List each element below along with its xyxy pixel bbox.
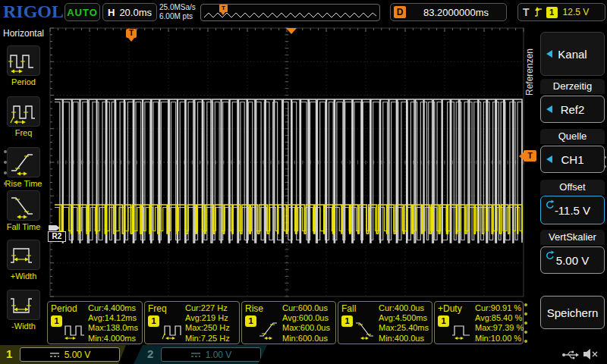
trigger-level-value: 12.5 V	[563, 7, 590, 17]
measurement-name: Period	[51, 303, 77, 314]
channel1-indicator[interactable]: 1 5.00 V	[0, 345, 131, 364]
memory-waveform-icon	[201, 5, 379, 20]
offset-value-button[interactable]: -11.5 V	[540, 196, 605, 224]
avg-value: 14.12ms	[105, 313, 137, 322]
channel-badge: 1	[438, 315, 449, 327]
max-value: 250 Hz	[203, 323, 230, 332]
cur-value: 600.0us	[298, 303, 328, 312]
max-value: 97.39 %	[493, 323, 524, 332]
ref2-level-marker[interactable]: R2	[48, 231, 66, 242]
avg-value: 219 Hz	[202, 313, 228, 322]
menu-item-freq[interactable]: Freq	[0, 96, 47, 137]
channel1-number: 1	[6, 347, 12, 360]
channel2-indicator[interactable]: 2 1.00 V	[134, 345, 267, 364]
trigger-delay-box[interactable]: D 83.2000000ms	[390, 3, 507, 21]
cur-value: 400.0us	[395, 303, 424, 312]
menu-select-triangle-icon	[546, 50, 552, 58]
freq-icon	[161, 320, 184, 340]
memory-trigger-flag[interactable]: T	[219, 5, 228, 12]
dc-coupling-icon	[49, 351, 60, 359]
knob-rotate-icon	[545, 250, 555, 261]
channel2-number: 2	[147, 347, 153, 360]
horizontal-scale-box[interactable]: H 20.0ms	[102, 3, 157, 21]
trigger-label: T	[523, 6, 530, 18]
derzeitig-value-button[interactable]: Ref2	[540, 96, 605, 123]
min-value: 4.000ms	[104, 334, 136, 343]
measure-scroll-dot	[524, 322, 527, 325]
quelle-header: Quelle	[540, 129, 605, 144]
acquisition-info: 25.0MSa/s 6.00M pts	[159, 3, 196, 21]
trigger-position-triangle-icon[interactable]	[286, 28, 297, 34]
min-value: 400.0us	[395, 334, 424, 343]
rising-edge-icon	[533, 6, 543, 18]
speichern-button[interactable]: Speichern	[540, 296, 605, 329]
menu-item-fall-time[interactable]: Fall Time	[0, 190, 47, 231]
usb-icon	[561, 350, 580, 360]
horizontal-measure-menu: Horizontal Period Freq	[0, 24, 47, 345]
run-state-label: AUTO	[67, 7, 98, 18]
menu-scroll-dot	[604, 165, 606, 168]
channel-badge: 1	[245, 315, 256, 327]
measure-scroll-dot	[524, 312, 527, 315]
kanal-label: Kanal	[558, 48, 587, 61]
derzeitig-header: Derzeitig	[540, 79, 605, 94]
measurement-name: +Duty	[438, 303, 462, 314]
trigger-status-box[interactable]: T 1 12.5 V	[517, 3, 605, 21]
plus-width-icon	[8, 241, 39, 268]
menu-item-period[interactable]: Period	[0, 46, 47, 86]
menu-item-label: Rise Time	[0, 179, 47, 188]
channel-status-bar: 1 5.00 V 2 1.00 V	[0, 345, 607, 364]
max-value: 138.0ms	[106, 323, 138, 332]
horizontal-label: H	[108, 7, 115, 18]
trigger-level-marker[interactable]: T	[524, 150, 536, 162]
trigger-position-flag[interactable]: T	[126, 29, 137, 38]
delay-value: 83.2000000ms	[406, 7, 506, 18]
menu-item-plus-width[interactable]: +Width	[0, 240, 47, 281]
avg-value: 4.500ms	[395, 313, 427, 322]
measurement-name: Rise	[245, 303, 263, 314]
memory-depth: 6.00M pts	[159, 12, 196, 21]
oscilloscope-screen: RIGOL AUTO H 20.0ms 25.0MSa/s 6.00M pts …	[0, 0, 607, 364]
period-icon	[64, 320, 86, 340]
channel1-scale: 5.00 V	[64, 350, 91, 360]
min-value: 7.25 Hz	[201, 334, 230, 343]
run-state-indicator: AUTO	[64, 3, 100, 21]
avg-value: 85.40 %	[492, 313, 522, 322]
menu-scroll-dot	[604, 156, 606, 158]
quelle-value-button[interactable]: CH1	[540, 146, 605, 173]
measurement-panel-plus-duty: +Duty 1 Cur:90.91 % Avg:85.40 % Max:97.3…	[434, 301, 524, 344]
dc-coupling-icon	[190, 351, 201, 359]
fall-icon	[354, 320, 377, 340]
measurement-name: Freq	[148, 303, 167, 314]
menu-scroll-dot	[4, 150, 7, 153]
memory-position-bar[interactable]: T	[200, 4, 380, 21]
measurement-values: Cur:227 Hz Avg:219 Hz Max:250 Hz Min:7.2…	[185, 303, 230, 344]
menu-item-rise-time[interactable]: Rise Time	[0, 147, 47, 188]
rise-time-icon	[8, 149, 39, 176]
speichern-label: Speichern	[547, 306, 599, 319]
vertskalier-value: 5.00 V	[556, 254, 589, 267]
menu-item-label: Freq	[0, 128, 47, 137]
cur-value: 4.400ms	[104, 303, 136, 312]
max-value: 25.40ms	[397, 323, 429, 332]
menu-tab-referenzen[interactable]: Referenzen	[524, 30, 535, 96]
referenzen-menu: Referenzen Kanal Derzeitig Ref2 Quelle C…	[531, 24, 607, 345]
cur-value: 90.91 %	[491, 303, 521, 312]
knob-rotate-icon	[545, 199, 555, 210]
channel-badge: 1	[341, 315, 353, 327]
offset-header: Offset	[540, 180, 605, 195]
min-value: 600.0us	[298, 334, 328, 343]
plus-duty-icon	[451, 320, 473, 340]
sample-rate: 25.0MSa/s	[159, 3, 196, 12]
vertskalier-value-button[interactable]: 5.00 V	[540, 246, 605, 274]
measurement-panel-freq: Freq 1 Cur:227 Hz Avg:219 Hz Max:250 Hz …	[144, 301, 240, 344]
minus-width-icon	[8, 291, 39, 318]
menu-item-minus-width[interactable]: -Width	[0, 290, 47, 331]
speaker-muted-icon	[583, 348, 599, 360]
vertskalier-header: VertSkalier	[540, 230, 605, 245]
menu-select-triangle-icon	[546, 155, 552, 163]
measurement-panel-period: Period 1 Cur:4.400ms Avg:14.12ms Max:138…	[47, 301, 143, 344]
min-value: 10.00 %	[491, 334, 521, 343]
kanal-button[interactable]: Kanal	[540, 32, 605, 76]
quelle-value: CH1	[561, 153, 583, 166]
